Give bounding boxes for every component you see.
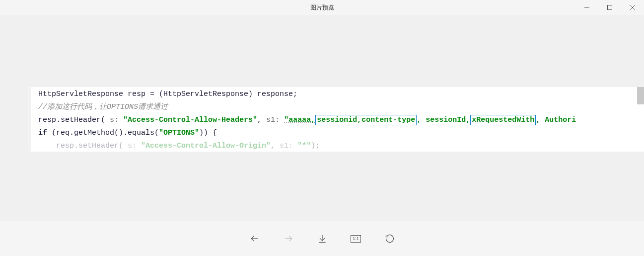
- download-button[interactable]: [315, 232, 329, 246]
- code-line-2: //添加这行代码，让OPTIONS请求通过: [38, 101, 644, 114]
- string-literal: "aaaaa,: [284, 116, 315, 124]
- highlight-box: xRequestedWith: [470, 115, 536, 125]
- code-line-1: HttpServletResponse resp = (HttpServletR…: [38, 88, 644, 101]
- code-text: )) {: [199, 129, 217, 137]
- code-text: ,: [271, 142, 280, 150]
- preview-canvas: HttpServletResponse resp = (HttpServletR…: [0, 15, 644, 221]
- code-block: HttpServletResponse resp = (HttpServletR…: [27, 87, 644, 152]
- svg-rect-1: [608, 5, 612, 10]
- actual-size-button[interactable]: 1:1: [349, 232, 363, 246]
- code-line-5: resp.setHeader( s: "Access-Control-Allow…: [38, 140, 644, 152]
- code-text: (req.getMethod().equals(: [47, 129, 159, 137]
- string-literal: , sessionId,: [417, 116, 470, 124]
- ratio-label: 1:1: [351, 235, 361, 243]
- window-title: 图片预览: [310, 3, 334, 12]
- close-button[interactable]: [621, 0, 644, 15]
- code-line-3: resp.setHeader( s: "Access-Control-Allow…: [38, 114, 644, 127]
- vertical-scrollbar: [637, 87, 644, 104]
- code-line-4: if (req.getMethod().equals("OPTIONS")) {: [38, 127, 644, 140]
- window-controls: [575, 0, 644, 15]
- string-literal: "*": [297, 142, 311, 150]
- titlebar: 图片预览: [0, 0, 644, 15]
- toolbar: 1:1: [0, 221, 644, 256]
- param-hint: s1:: [266, 116, 284, 124]
- code-text: ,: [257, 116, 266, 124]
- previous-button[interactable]: [248, 232, 262, 246]
- code-text: );: [311, 142, 320, 150]
- editor-gutter: [27, 87, 31, 152]
- string-literal: , Authori: [536, 116, 576, 124]
- string-literal: "Access-Control-Allow-Origin": [141, 142, 271, 150]
- string-literal: "Access-Control-Allow-Headers": [123, 116, 257, 124]
- next-button: [282, 232, 295, 246]
- maximize-button[interactable]: [598, 0, 621, 15]
- string-literal: "OPTIONS": [159, 129, 199, 137]
- preview-image[interactable]: HttpServletResponse resp = (HttpServletR…: [27, 87, 644, 152]
- code-comment: //添加这行代码，让OPTIONS请求通过: [38, 103, 168, 111]
- keyword: if: [38, 129, 47, 137]
- code-text: HttpServletResponse resp = (HttpServletR…: [38, 90, 297, 98]
- code-text: resp.setHeader(: [56, 142, 123, 150]
- param-hint: s:: [105, 116, 123, 124]
- param-hint: s1:: [280, 142, 297, 150]
- code-text: resp.setHeader(: [38, 116, 105, 124]
- param-hint: s:: [123, 142, 141, 150]
- minimize-button[interactable]: [575, 0, 598, 15]
- rotate-button[interactable]: [383, 232, 397, 246]
- highlight-box: sessionid,content-type: [315, 115, 417, 125]
